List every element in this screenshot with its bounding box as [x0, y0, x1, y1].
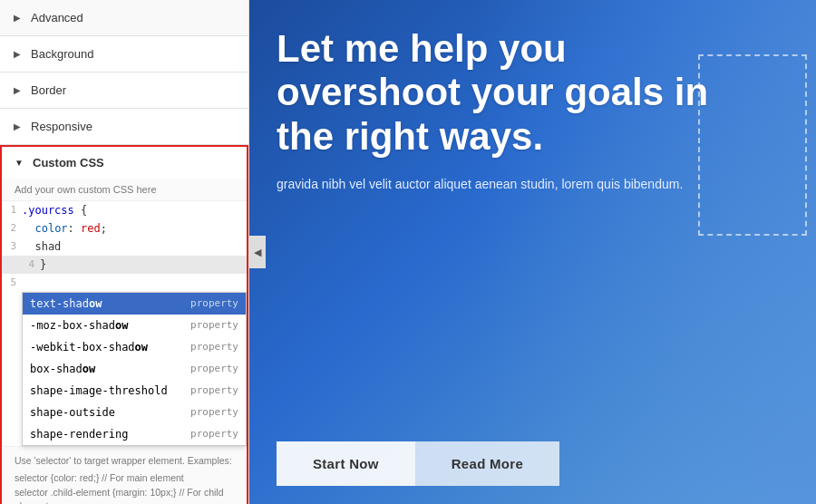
preview-heading: Let me help you overshoot your goals in … — [277, 27, 748, 159]
section-label: Advanced — [31, 11, 83, 24]
left-panel: ▶ Advanced ▶ Background ▶ Border ▶ Respo… — [0, 0, 249, 504]
arrow-icon: ▶ — [13, 50, 22, 59]
section-border[interactable]: ▶ Border — [0, 73, 248, 109]
code-line-1: 1 .yourcss { — [2, 201, 247, 219]
usage-hint: Use 'selector' to target wrapper element… — [2, 446, 247, 504]
usage-example-2: selector .child-element {margin: 10px;} … — [15, 486, 234, 505]
preview-top: Let me help you overshoot your goals in … — [277, 27, 789, 194]
custom-css-toggle[interactable]: ▼ Custom CSS — [2, 147, 247, 179]
autocomplete-item-webkit-box-shadow[interactable]: -webkit-box-shadow property — [23, 336, 246, 358]
collapse-panel-button[interactable]: ◀ — [249, 236, 266, 268]
autocomplete-item-shape-rendering[interactable]: shape-rendering property — [23, 423, 246, 445]
css-hint: Add your own custom CSS here — [2, 179, 247, 200]
autocomplete-item-shape-image[interactable]: shape-image-threshold property — [23, 380, 246, 402]
autocomplete-item-box-shadow[interactable]: box-shadow property — [23, 358, 246, 380]
preview-content: Let me help you overshoot your goals in … — [249, 0, 816, 504]
custom-css-label: Custom CSS — [33, 156, 104, 170]
usage-intro: Use 'selector' to target wrapper element… — [15, 454, 234, 469]
autocomplete-item-shape-outside[interactable]: shape-outside property — [23, 402, 246, 423]
right-panel: ◀ Let me help you overshoot your goals i… — [249, 0, 816, 504]
expand-icon: ▼ — [15, 158, 24, 168]
section-label: Background — [31, 47, 93, 61]
autocomplete-item-text-shadow[interactable]: text-shadow property — [23, 293, 246, 315]
css-editor[interactable]: 1 .yourcss { 2 color: red; 3 shad ✕ 4 } — [2, 200, 247, 446]
usage-example-1: selector {color: red;} // For main eleme… — [15, 471, 234, 486]
custom-css-section: ▼ Custom CSS Add your own custom CSS her… — [0, 145, 248, 504]
code-line-4: ✕ 4 } — [2, 256, 247, 274]
arrow-icon: ▶ — [13, 86, 22, 95]
start-now-button[interactable]: Start Now — [277, 441, 415, 486]
autocomplete-dropdown[interactable]: text-shadow property -moz-box-shadow pro… — [22, 292, 247, 446]
read-more-button[interactable]: Read More — [415, 441, 559, 486]
autocomplete-item-moz-box-shadow[interactable]: -moz-box-shadow property — [23, 315, 246, 336]
code-line-3: 3 shad — [2, 237, 247, 256]
preview-buttons: Start Now Read More — [277, 441, 789, 486]
section-responsive[interactable]: ▶ Responsive — [0, 109, 248, 145]
code-line-2: 2 color: red; — [2, 219, 247, 237]
arrow-icon: ▶ — [13, 122, 22, 131]
section-label: Border — [31, 83, 66, 97]
section-label: Responsive — [31, 120, 92, 133]
preview-body-text: gravida nibh vel velit auctor aliquet ae… — [277, 175, 685, 194]
section-advanced[interactable]: ▶ Advanced — [0, 0, 248, 36]
section-background[interactable]: ▶ Background — [0, 36, 248, 73]
arrow-icon: ▶ — [13, 14, 22, 23]
code-line-5: 5 — [2, 274, 247, 292]
